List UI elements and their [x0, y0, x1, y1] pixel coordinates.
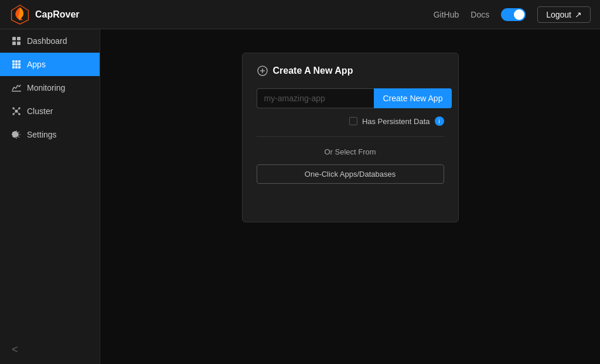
- sidebar-item-dashboard[interactable]: Dashboard: [0, 29, 100, 53]
- create-app-form-row: Create New App: [257, 88, 444, 108]
- svg-line-23: [16, 111, 19, 114]
- app-title: CapRover: [35, 9, 80, 20]
- sidebar-label-monitoring: Monitoring: [27, 83, 65, 92]
- logo-area: CapRover: [9, 4, 434, 25]
- svg-rect-3: [12, 42, 16, 45]
- header-nav: GitHub Docs Logout ↗: [434, 6, 591, 23]
- github-link[interactable]: GitHub: [434, 10, 459, 19]
- persistent-data-info-icon[interactable]: i: [435, 116, 444, 126]
- app-header: CapRover GitHub Docs Logout ↗: [0, 0, 600, 29]
- svg-rect-11: [12, 66, 15, 68]
- sidebar-label-cluster: Cluster: [27, 107, 53, 116]
- app-name-input[interactable]: [257, 88, 374, 108]
- logout-button[interactable]: Logout ↗: [537, 6, 591, 23]
- svg-rect-5: [12, 60, 15, 63]
- svg-rect-1: [12, 37, 16, 40]
- svg-rect-10: [18, 63, 21, 66]
- logout-icon: ↗: [575, 10, 582, 19]
- sidebar-item-apps[interactable]: Apps: [0, 53, 100, 76]
- persistent-data-checkbox[interactable]: [349, 117, 357, 125]
- settings-icon: [12, 130, 21, 139]
- or-select-text: Or Select From: [257, 147, 444, 156]
- svg-rect-9: [15, 63, 18, 66]
- apps-icon: [12, 60, 21, 69]
- sidebar-item-cluster[interactable]: Cluster: [0, 99, 100, 123]
- monitoring-icon: [12, 83, 21, 92]
- sidebar-item-monitoring[interactable]: Monitoring: [0, 76, 100, 99]
- sidebar-collapse-button[interactable]: <: [0, 335, 100, 364]
- svg-rect-12: [15, 66, 18, 68]
- one-click-apps-button[interactable]: One-Click Apps/Databases: [257, 164, 444, 184]
- persistent-data-label: Has Persistent Data: [362, 117, 430, 126]
- svg-rect-8: [12, 63, 15, 66]
- caprover-logo: [9, 4, 30, 25]
- card-divider: [257, 136, 444, 137]
- svg-line-22: [13, 111, 16, 114]
- card-title: Create A New App: [273, 66, 353, 76]
- dashboard-icon: [12, 36, 21, 46]
- main-layout: Dashboard Apps Monitoring: [0, 29, 600, 364]
- svg-rect-2: [17, 37, 21, 40]
- svg-line-21: [16, 108, 19, 111]
- cluster-icon: [12, 107, 21, 116]
- docs-link[interactable]: Docs: [471, 10, 489, 19]
- create-app-card: Create A New App Create New App Has Pers…: [242, 53, 459, 222]
- main-content: Create A New App Create New App Has Pers…: [100, 29, 600, 364]
- persistent-data-row: Has Persistent Data i: [257, 116, 444, 126]
- svg-rect-7: [18, 60, 21, 63]
- toggle-knob: [514, 9, 524, 20]
- sidebar: Dashboard Apps Monitoring: [0, 29, 100, 364]
- sidebar-label-apps: Apps: [27, 60, 46, 69]
- card-header: Create A New App: [257, 65, 444, 77]
- svg-rect-14: [12, 91, 21, 92]
- theme-toggle[interactable]: [501, 8, 526, 21]
- plus-circle-icon: [257, 65, 268, 77]
- sidebar-item-settings[interactable]: Settings: [0, 123, 100, 146]
- svg-rect-6: [15, 60, 18, 63]
- sidebar-label-dashboard: Dashboard: [27, 36, 67, 46]
- sidebar-label-settings: Settings: [27, 130, 57, 139]
- svg-line-20: [13, 108, 16, 111]
- svg-point-25: [16, 134, 18, 136]
- svg-rect-13: [18, 66, 21, 68]
- create-new-app-button[interactable]: Create New App: [374, 88, 452, 108]
- svg-rect-4: [17, 42, 21, 45]
